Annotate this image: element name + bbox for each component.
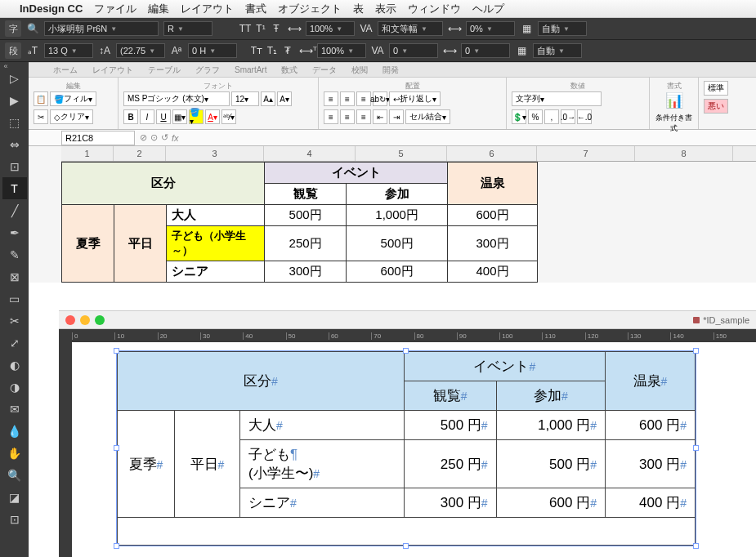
tool-gap[interactable]: ⇔: [2, 133, 27, 155]
handle-tm[interactable]: [403, 348, 409, 354]
kern2-select[interactable]: 0▼: [389, 43, 438, 58]
xl-r1b[interactable]: 1,000円: [347, 205, 448, 226]
tab-dev[interactable]: 開発: [382, 65, 399, 76]
menu-table[interactable]: 表: [353, 2, 364, 16]
tab-smartart[interactable]: SmartArt: [235, 65, 266, 74]
italic-button[interactable]: I: [140, 109, 154, 124]
xl-r2b[interactable]: 500円: [347, 226, 448, 261]
idt-senior[interactable]: シニア#: [240, 488, 405, 518]
xl-r3c[interactable]: 400円: [448, 261, 538, 283]
menu-view[interactable]: 表示: [375, 2, 396, 16]
excel-table[interactable]: 区分 イベント 温泉 観覧 参加 夏季 平日 大人 500円 1,000円 60…: [61, 162, 538, 283]
align-mid[interactable]: ≡: [340, 91, 355, 106]
track2-select[interactable]: 0▼: [461, 43, 510, 58]
xl-sanka[interactable]: 参加: [347, 184, 448, 205]
dec-dec-button[interactable]: ←.0: [577, 109, 592, 124]
align-right[interactable]: ≡: [356, 109, 371, 124]
leading-select[interactable]: (22.75 ▼: [116, 43, 165, 58]
xl-onsen[interactable]: 温泉: [448, 163, 538, 205]
tool-free[interactable]: ⤢: [2, 332, 27, 354]
idt-onsen[interactable]: 温泉#: [606, 352, 696, 411]
xl-event[interactable]: イベント: [265, 163, 448, 184]
minimize-icon[interactable]: [80, 315, 90, 325]
paste-button[interactable]: 📋: [34, 91, 48, 106]
idt-r2a[interactable]: 250 円#: [404, 440, 496, 488]
phonetic-button[interactable]: ᵃᵇ⁄▾: [221, 109, 236, 124]
dec-inc-button[interactable]: .0→: [561, 109, 575, 124]
menu-layout[interactable]: レイアウト: [181, 2, 234, 16]
orient-button[interactable]: ab↻▾: [373, 91, 387, 106]
idt-r1b[interactable]: 1,000 円#: [496, 411, 605, 440]
handle-ml[interactable]: [114, 445, 119, 451]
tab-formula[interactable]: 数式: [281, 65, 297, 76]
char-mode-button[interactable]: 字: [5, 20, 21, 37]
idt-kodomo[interactable]: 子ども¶(小学生〜)#: [240, 440, 405, 488]
idt-r3b[interactable]: 600 円#: [496, 488, 605, 518]
idt-kaki[interactable]: 夏季#: [118, 411, 175, 518]
tool-page[interactable]: ⬚: [2, 111, 27, 133]
tool-content[interactable]: ⊡: [2, 155, 27, 177]
comma-button[interactable]: ,: [544, 109, 559, 124]
underline-button[interactable]: U: [156, 109, 171, 124]
tool-note[interactable]: ✉: [2, 398, 27, 420]
menu-help[interactable]: ヘルプ: [472, 2, 504, 16]
idt-otona[interactable]: 大人#: [240, 411, 405, 440]
xl-r2a[interactable]: 250円: [265, 226, 347, 261]
zoom-icon[interactable]: [95, 315, 105, 325]
number-format-select[interactable]: 文字列 ▾: [512, 91, 602, 106]
name-box[interactable]: R21C8: [61, 131, 135, 145]
tool-rect[interactable]: ▭: [2, 287, 27, 310]
idt-event[interactable]: イベント#: [404, 352, 605, 381]
xl-kaki[interactable]: 夏季: [62, 205, 114, 283]
app-name[interactable]: InDesign CC: [20, 2, 83, 15]
idt-empty-row[interactable]: [118, 518, 696, 546]
text-frame[interactable]: 区分# イベント# 温泉# 観覧# 参加# 夏季# 平日# 大人# 500 円#…: [116, 350, 696, 546]
tool-pen[interactable]: ✒: [2, 221, 27, 243]
currency-button[interactable]: 💲▾: [512, 109, 526, 124]
tool-gradient[interactable]: ◐: [2, 354, 27, 376]
fx-icon[interactable]: ↺: [161, 132, 168, 143]
tool-type[interactable]: T: [2, 177, 27, 199]
xl-otona[interactable]: 大人: [167, 205, 265, 226]
menu-type[interactable]: 書式: [245, 2, 266, 16]
menu-object[interactable]: オブジェクト: [278, 2, 342, 16]
font-name-select[interactable]: MS Pゴシック (本文) ▾: [123, 91, 230, 106]
xl-r1a[interactable]: 500円: [265, 205, 347, 226]
xl-r3a[interactable]: 300円: [265, 261, 347, 283]
xl-kanran[interactable]: 観覧: [265, 184, 347, 205]
auto-select-2[interactable]: 自動▼: [533, 43, 582, 58]
tab-chart[interactable]: グラフ: [195, 65, 220, 76]
xl-senior[interactable]: シニア: [167, 261, 265, 283]
tab-layout[interactable]: レイアウト: [92, 65, 133, 76]
font-weight-select[interactable]: R▼: [163, 21, 212, 36]
idt-heijitsu[interactable]: 平日#: [175, 411, 240, 518]
xl-heijitsu[interactable]: 平日: [114, 205, 167, 283]
align-top[interactable]: ≡: [324, 91, 338, 106]
fx-cancel-icon[interactable]: ⊘: [140, 132, 147, 143]
tab-home[interactable]: ホーム: [53, 65, 78, 76]
tool-swatch[interactable]: ◪: [2, 486, 27, 508]
bold-button[interactable]: B: [123, 109, 138, 124]
clear-button[interactable]: ◇ クリア ▾: [50, 109, 93, 124]
tab-review[interactable]: 校閲: [351, 65, 368, 76]
menu-edit[interactable]: 編集: [148, 2, 169, 16]
xl-r2c[interactable]: 300円: [448, 226, 538, 261]
indent-inc[interactable]: ⇥: [389, 109, 404, 124]
panel-close-icon[interactable]: «: [0, 62, 11, 74]
tool-eyedrop[interactable]: 💧: [2, 420, 27, 442]
document-canvas[interactable]: 区分# イベント# 温泉# 観覧# 参加# 夏季# 平日# 大人# 500 円#…: [72, 342, 756, 557]
align-center[interactable]: ≡: [340, 109, 355, 124]
xl-kubun[interactable]: 区分: [62, 163, 265, 205]
idt-sanka[interactable]: 参加#: [496, 381, 605, 411]
font-family-select[interactable]: 小塚明朝 Pr6N▼: [44, 21, 159, 36]
cond-format-icon[interactable]: 📊: [665, 91, 683, 109]
font-size-select[interactable]: 13 Q▼: [44, 43, 93, 58]
shrink-font-button[interactable]: A▾: [277, 91, 292, 106]
idt-r3a[interactable]: 300 円#: [404, 488, 496, 518]
wrap-button[interactable]: ↩ 折り返し ▾: [389, 91, 441, 106]
vscale-select[interactable]: 100%▼: [317, 43, 366, 58]
tool-gradfeather[interactable]: ◑: [2, 376, 27, 398]
font-size-input[interactable]: 12 ▾: [231, 91, 259, 106]
tracking-select[interactable]: 0%▼: [466, 21, 515, 36]
fx-accept-icon[interactable]: ⊙: [150, 132, 158, 143]
